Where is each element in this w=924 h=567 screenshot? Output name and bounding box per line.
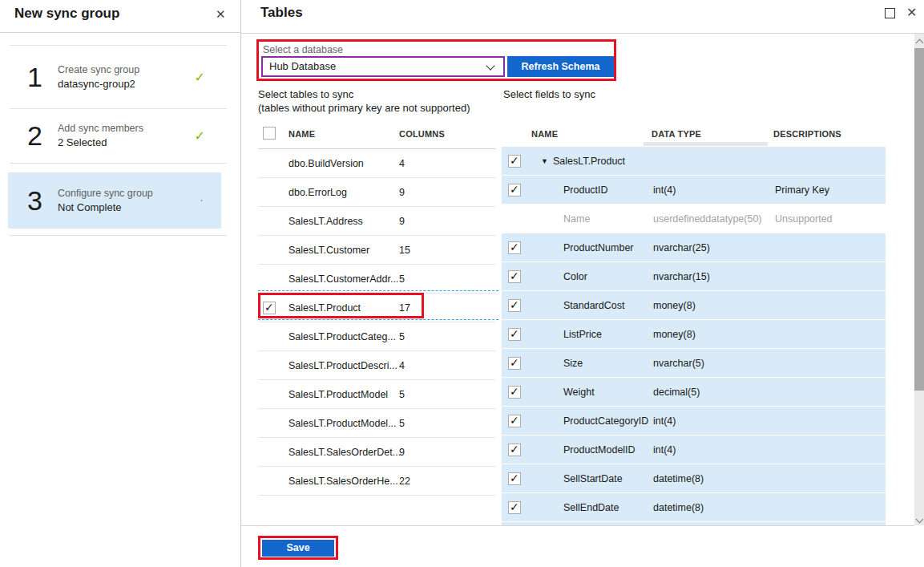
field-data-type: int(4) xyxy=(653,444,676,456)
divider xyxy=(10,163,227,164)
row-checkbox[interactable] xyxy=(508,472,521,485)
field-row[interactable]: ListPricemoney(8) xyxy=(502,320,886,348)
table-columns-count: 15 xyxy=(399,245,410,256)
table-row[interactable]: SalesLT.ProductModel5 xyxy=(258,380,495,409)
database-select-label: Select a database xyxy=(263,44,343,55)
table-columns-count: 4 xyxy=(399,158,405,169)
step-add-sync-members[interactable]: 2 Add sync members 2 Selected ✓ xyxy=(8,108,221,163)
close-icon[interactable]: ✕ xyxy=(216,8,226,20)
field-row[interactable]: Sizenvarchar(5) xyxy=(502,349,886,377)
row-checkbox[interactable] xyxy=(508,415,521,427)
row-checkbox[interactable] xyxy=(508,184,521,196)
close-icon[interactable]: ✕ xyxy=(906,6,917,19)
table-name: SalesLT.ProductCateg... xyxy=(288,331,396,342)
group-name: SalesLT.Product xyxy=(553,156,625,167)
table-row[interactable]: dbo.BuildVersion4 xyxy=(258,149,495,178)
table-columns-count: 5 xyxy=(399,389,405,400)
select-fields-title: Select fields to sync xyxy=(503,88,595,100)
field-data-type: nvarchar(15) xyxy=(653,271,710,282)
table-columns-count: 5 xyxy=(399,331,405,342)
row-checkbox[interactable] xyxy=(263,302,276,314)
field-data-type: int(4) xyxy=(653,415,676,427)
field-row[interactable]: ProductCategoryIDint(4) xyxy=(502,407,886,435)
row-checkbox[interactable] xyxy=(508,357,521,370)
chevron-down-icon xyxy=(486,61,494,70)
select-tables-title: Select tables to sync xyxy=(258,88,353,100)
row-checkbox[interactable] xyxy=(508,241,521,254)
divider xyxy=(0,32,240,33)
selection-dash-bottom xyxy=(258,319,498,320)
field-name: Weight xyxy=(563,387,595,398)
database-dropdown-value: Hub Database xyxy=(269,60,336,72)
chevron-right-icon xyxy=(201,200,202,200)
step-label: Create sync group xyxy=(58,64,139,75)
table-name: SalesLT.ProductDescri... xyxy=(288,360,397,371)
field-group-row[interactable]: ▼SalesLT.Product xyxy=(502,147,886,175)
select-tables-subtitle: (tables without primary key are not supp… xyxy=(258,102,470,114)
field-row[interactable]: SellStartDatedatetime(8) xyxy=(502,464,886,492)
table-row[interactable]: SalesLT.ProductDescri...4 xyxy=(258,351,495,380)
save-button[interactable]: Save xyxy=(262,540,334,557)
field-name: SellStartDate xyxy=(563,473,623,484)
field-row[interactable]: StandardCostmoney(8) xyxy=(502,291,886,319)
table-columns-count: 9 xyxy=(399,447,405,458)
field-row[interactable]: ProductModelIDint(4) xyxy=(502,435,886,464)
field-description: Unsupported xyxy=(775,213,833,225)
field-row[interactable]: Nameuserdefineddatatype(50)Unsupported xyxy=(502,205,886,233)
tables-list: dbo.BuildVersion4dbo.ErrorLog9SalesLT.Ad… xyxy=(258,149,495,496)
table-row[interactable]: SalesLT.SalesOrderDet...9 xyxy=(258,438,495,467)
table-row[interactable]: SalesLT.Customer15 xyxy=(258,236,495,265)
field-row[interactable]: ProductIDint(4)Primary Key xyxy=(502,176,886,204)
field-row[interactable]: Colornvarchar(15) xyxy=(502,262,886,290)
table-row[interactable]: SalesLT.CustomerAddr...5 xyxy=(258,265,495,294)
table-row[interactable]: SalesLT.Address9 xyxy=(258,207,495,236)
collapse-triangle-icon[interactable]: ▼ xyxy=(541,157,548,165)
step-label: Add sync members xyxy=(58,123,143,134)
table-row[interactable]: SalesLT.ProductModel...5 xyxy=(258,409,495,438)
table-row[interactable]: SalesLT.ProductCateg...5 xyxy=(258,322,495,351)
scrollbar-thumb[interactable] xyxy=(914,48,924,391)
field-name: SellEndDate xyxy=(563,502,619,513)
field-row[interactable]: ProductNumbernvarchar(25) xyxy=(502,233,886,261)
database-dropdown[interactable]: Hub Database xyxy=(261,56,505,77)
refresh-schema-button[interactable]: Refresh Schema xyxy=(507,56,614,77)
table-name: SalesLT.SalesOrderDet... xyxy=(288,447,401,458)
row-checkbox[interactable] xyxy=(508,155,521,168)
table-columns-count: 22 xyxy=(399,476,410,487)
row-checkbox[interactable] xyxy=(508,328,521,341)
row-checkbox[interactable] xyxy=(508,501,521,514)
row-checkbox[interactable] xyxy=(508,443,521,456)
column-header-data-type: DATA TYPE xyxy=(652,129,701,139)
table-name: SalesLT.Customer xyxy=(288,245,369,256)
field-description: Primary Key xyxy=(775,184,829,196)
maximize-icon[interactable] xyxy=(885,8,895,18)
table-name: dbo.ErrorLog xyxy=(288,187,347,198)
step-number: 2 xyxy=(27,120,42,152)
left-panel-title: New sync group xyxy=(14,6,119,22)
field-data-type: money(8) xyxy=(653,329,696,340)
step-configure-sync-group[interactable]: 3 Configure sync group Not Complete xyxy=(8,172,221,229)
field-name: Size xyxy=(563,358,583,369)
table-columns-count: 9 xyxy=(399,216,405,227)
column-header-descriptions: DESCRIPTIONS xyxy=(773,129,841,139)
table-row[interactable]: SalesLT.Product17 xyxy=(258,294,495,322)
table-name: dbo.BuildVersion xyxy=(288,158,364,169)
column-header-name: NAME xyxy=(288,129,315,139)
table-row[interactable]: dbo.ErrorLog9 xyxy=(258,178,495,207)
row-checkbox[interactable] xyxy=(508,386,521,399)
field-data-type: int(4) xyxy=(653,184,676,196)
table-columns-count: 5 xyxy=(399,273,405,285)
sync-group-window: New sync group ✕ 1 Create sync group dat… xyxy=(0,0,924,567)
table-row[interactable]: SalesLT.SalesOrderHe...22 xyxy=(258,467,495,496)
row-checkbox[interactable] xyxy=(508,270,521,283)
select-all-checkbox[interactable] xyxy=(263,127,276,140)
table-columns-count: 5 xyxy=(399,418,405,429)
step-create-sync-group[interactable]: 1 Create sync group datasync-group2 ✓ xyxy=(8,46,221,108)
step-sublabel: Not Complete xyxy=(58,201,153,213)
field-row[interactable]: SellEndDatedatetime(8) xyxy=(502,493,886,521)
row-checkbox[interactable] xyxy=(508,299,521,312)
horizontal-scrollbar[interactable] xyxy=(644,142,768,146)
table-name: SalesLT.Product xyxy=(288,302,361,314)
field-name: ListPrice xyxy=(563,329,602,340)
field-row[interactable]: Weightdecimal(5) xyxy=(502,378,886,406)
